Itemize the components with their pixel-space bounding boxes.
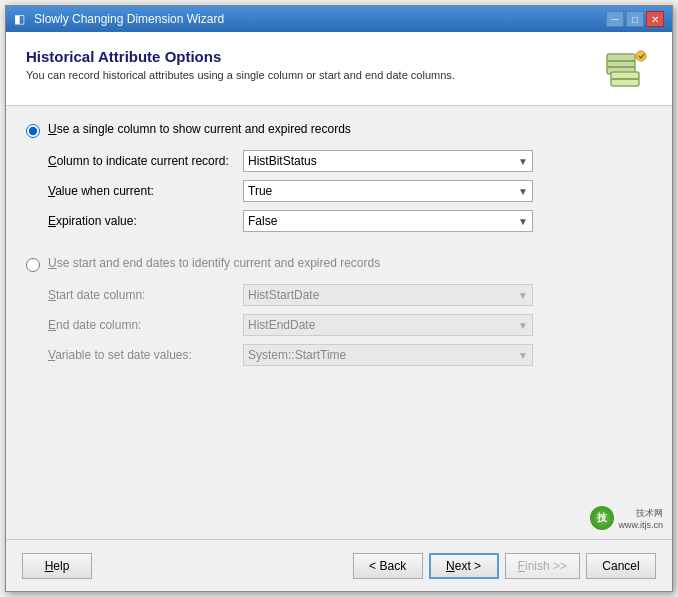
svg-point-5 <box>636 51 646 61</box>
start-date-label: Start date column: <box>48 288 243 302</box>
variable-dropdown: System::StartTime ▼ <box>243 344 533 366</box>
value-current-arrow: ▼ <box>518 186 528 197</box>
column-indicate-label: Column to indicate current record: <box>48 154 243 168</box>
svg-rect-4 <box>611 78 639 80</box>
main-content: Use a single column to show current and … <box>6 106 672 539</box>
expiration-group: Expiration value: False ▼ <box>48 210 652 232</box>
value-current-value: True <box>248 184 272 198</box>
end-date-label: End date column: <box>48 318 243 332</box>
window-title: Slowly Changing Dimension Wizard <box>34 12 224 26</box>
start-date-dropdown: HistStartDate ▼ <box>243 284 533 306</box>
radio-single-column-label: Use a single column to show current and … <box>48 122 351 136</box>
title-bar: ◧ Slowly Changing Dimension Wizard ─ □ ✕ <box>6 6 672 32</box>
variable-group: Variable to set date values: System::Sta… <box>48 344 652 366</box>
variable-label: Variable to set date values: <box>48 348 243 362</box>
close-button[interactable]: ✕ <box>646 11 664 27</box>
expiration-dropdown[interactable]: False ▼ <box>243 210 533 232</box>
spacer1 <box>26 240 652 256</box>
page-title: Historical Attribute Options <box>26 48 602 65</box>
content-area: Historical Attribute Options You can rec… <box>6 32 672 591</box>
page-subtitle: You can record historical attributes usi… <box>26 69 602 81</box>
column-indicate-value: HistBitStatus <box>248 154 317 168</box>
minimize-button[interactable]: ─ <box>606 11 624 27</box>
option-single-column: Use a single column to show current and … <box>26 122 652 138</box>
footer-right: < Back Next > Finish >> Cancel <box>353 553 656 579</box>
next-button[interactable]: Next > <box>429 553 499 579</box>
variable-arrow: ▼ <box>518 350 528 361</box>
value-current-dropdown[interactable]: True ▼ <box>243 180 533 202</box>
header-text: Historical Attribute Options You can rec… <box>26 48 602 81</box>
option-date-range: Use start and end dates to identify curr… <box>26 256 652 272</box>
start-date-value: HistStartDate <box>248 288 319 302</box>
column-indicate-dropdown[interactable]: HistBitStatus ▼ <box>243 150 533 172</box>
expiration-value: False <box>248 214 277 228</box>
column-indicate-arrow: ▼ <box>518 156 528 167</box>
end-date-arrow: ▼ <box>518 320 528 331</box>
start-date-arrow: ▼ <box>518 290 528 301</box>
end-date-group: End date column: HistEndDate ▼ <box>48 314 652 336</box>
svg-rect-0 <box>607 54 635 74</box>
column-indicate-group: Column to indicate current record: HistB… <box>48 150 652 172</box>
header-section: Historical Attribute Options You can rec… <box>6 32 672 106</box>
value-current-label: Value when current: <box>48 184 243 198</box>
variable-value: System::StartTime <box>248 348 346 362</box>
start-date-group: Start date column: HistStartDate ▼ <box>48 284 652 306</box>
back-button[interactable]: < Back <box>353 553 423 579</box>
finish-button[interactable]: Finish >> <box>505 553 580 579</box>
end-date-dropdown: HistEndDate ▼ <box>243 314 533 336</box>
expiration-label: Expiration value: <box>48 214 243 228</box>
radio-single-column[interactable] <box>26 124 40 138</box>
footer: Help < Back Next > Finish >> Cancel <box>6 539 672 591</box>
help-button[interactable]: Help <box>22 553 92 579</box>
window-icon: ◧ <box>14 12 28 26</box>
expiration-arrow: ▼ <box>518 216 528 227</box>
end-date-value: HistEndDate <box>248 318 315 332</box>
radio-date-range[interactable] <box>26 258 40 272</box>
header-icon <box>602 48 652 93</box>
maximize-button[interactable]: □ <box>626 11 644 27</box>
value-current-group: Value when current: True ▼ <box>48 180 652 202</box>
window-controls: ─ □ ✕ <box>606 11 664 27</box>
cancel-button[interactable]: Cancel <box>586 553 656 579</box>
svg-rect-2 <box>607 66 635 68</box>
radio-date-range-label: Use start and end dates to identify curr… <box>48 256 380 270</box>
svg-rect-1 <box>607 60 635 62</box>
footer-left: Help <box>22 553 92 579</box>
